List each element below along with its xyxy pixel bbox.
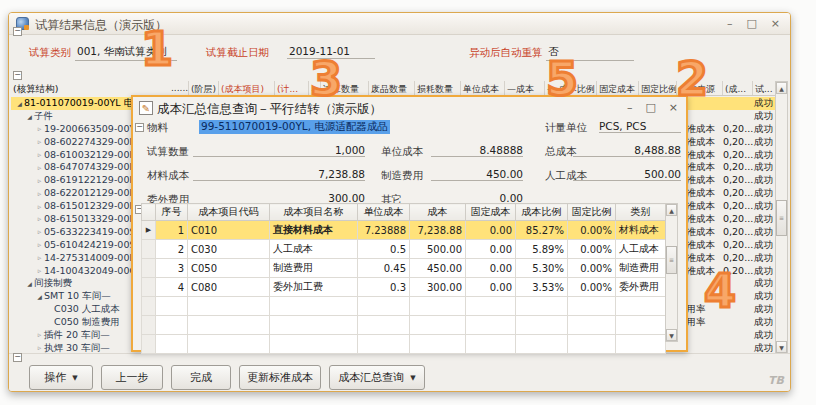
tree-collapsed-icon[interactable]: ▹ xyxy=(35,344,44,352)
dialog-field-value[interactable]: 1,000 xyxy=(193,144,365,157)
dialog-collapse-toggle-header[interactable]: − xyxy=(135,123,144,132)
table-cell: 1 xyxy=(156,221,188,240)
grid-column-header[interactable]: 固定成本 xyxy=(597,81,639,95)
tree-collapsed-icon[interactable]: ▹ xyxy=(35,215,44,223)
button-label: 操作 xyxy=(44,370,66,385)
tree-collapsed-icon[interactable]: ▹ xyxy=(35,241,44,249)
table-cell: 0.00 xyxy=(466,259,516,278)
main-titlebar[interactable]: 试算结果信息（演示版） – □ × xyxy=(9,13,790,35)
table-cell: 85.27% xyxy=(516,221,568,240)
table-cell xyxy=(410,297,466,316)
tree-collapsed-icon[interactable]: ▹ xyxy=(35,254,44,262)
scroll-down-icon[interactable]: ▼ xyxy=(776,341,787,353)
material-value[interactable]: 99-511070019-00YL, 电源适配器成品 xyxy=(199,120,390,134)
tree-collapsed-icon[interactable]: ▹ xyxy=(35,203,44,211)
tree-collapsed-icon[interactable]: ▹ xyxy=(35,125,44,133)
grid-column-header[interactable]: (计... xyxy=(275,81,309,95)
close-icon[interactable]: × xyxy=(771,16,780,31)
tree-collapsed-icon[interactable]: ▹ xyxy=(35,331,44,339)
grid-column-header[interactable]: (成... xyxy=(723,81,753,95)
table-column-header[interactable]: 序号 xyxy=(156,204,188,221)
tree-collapsed-icon[interactable]: ▹ xyxy=(35,151,44,159)
dialog-scroll-down-icon[interactable]: ▼ xyxy=(666,329,677,341)
tree-expanded-icon[interactable]: ◢ xyxy=(15,100,24,107)
tree-expanded-icon[interactable]: ◢ xyxy=(25,280,34,287)
tree-expanded-icon[interactable]: ◢ xyxy=(25,113,34,120)
table-cell xyxy=(410,316,466,335)
grid-column-header[interactable]: (阶层) xyxy=(189,81,219,95)
grid-column-header[interactable]: 单位成本 xyxy=(461,81,505,95)
tree-collapsed-icon[interactable]: ▹ xyxy=(35,267,44,275)
table-column-header[interactable]: 成本项目名称 xyxy=(270,204,358,221)
tree-expanded-icon[interactable]: ◢ xyxy=(35,293,44,300)
grid-column-header[interactable]: 试... xyxy=(753,81,777,95)
table-cell: 0.00% xyxy=(568,240,616,259)
button-4[interactable]: 更新标准成本 xyxy=(239,365,321,390)
table-cell: 0.00 xyxy=(466,240,516,259)
table-column-header[interactable]: 成本 xyxy=(410,204,466,221)
dialog-field-value[interactable]: 500.00 xyxy=(573,168,681,181)
grid-column-header[interactable]: ...... xyxy=(169,81,189,95)
grid-scrollbar[interactable]: ▲ ≡ ▼ xyxy=(775,81,788,354)
tree-collapsed-icon[interactable]: ▹ xyxy=(35,164,44,172)
table-column-header[interactable]: 类别 xyxy=(616,204,666,221)
dialog-field-value[interactable]: 7,238.88 xyxy=(193,168,365,181)
maximize-icon[interactable]: □ xyxy=(746,16,756,31)
dialog-table-scrollbar[interactable]: ▲ ≡ ▼ xyxy=(665,203,678,342)
grid-column-header[interactable]: (成本项目) xyxy=(219,81,275,95)
grid-column-header[interactable]: 固定比例 xyxy=(639,81,677,95)
grid-column-header[interactable]: —成本 xyxy=(505,81,545,95)
table-cell xyxy=(358,297,410,316)
dialog-field-value[interactable]: 450.00 xyxy=(431,168,523,181)
cost-item-row[interactable]: ▶1C010直接材料成本7.238887,238.880.0085.27%0.0… xyxy=(142,221,666,240)
annotation-number-3: 3 xyxy=(310,56,340,102)
screenshot-stage: 试算结果信息（演示版） – □ × − − 试算类别 001, 华南试算类别 试… xyxy=(0,0,816,405)
table-cell xyxy=(270,335,358,354)
table-cell xyxy=(466,335,516,354)
dialog-minimize-icon[interactable]: – xyxy=(627,101,633,114)
cost-item-row[interactable]: 4C080委外加工费0.3300.000.003.53%0.00%委外费用 xyxy=(142,278,666,297)
cost-value-cell: 0,20... xyxy=(723,200,753,211)
dialog-field-value[interactable]: 8,488.88 xyxy=(573,144,681,157)
minimize-icon[interactable]: – xyxy=(727,16,733,31)
dialog-scrollbar-thumb[interactable]: ≡ xyxy=(666,246,677,274)
table-column-header[interactable]: 固定比例 xyxy=(568,204,616,221)
grid-column-header[interactable]: 损耗数量 xyxy=(415,81,461,95)
tree-collapsed-icon[interactable]: ▹ xyxy=(35,190,44,198)
cost-item-row[interactable]: 3C050制造费用0.45450.000.005.30%0.00%制造费用 xyxy=(142,259,666,278)
button-5[interactable]: 成本汇总查询▼ xyxy=(329,365,425,390)
dialog-field-value[interactable]: 8.48888 xyxy=(431,144,523,157)
dialog-maximize-icon[interactable]: □ xyxy=(645,101,655,114)
table-column-header[interactable]: 成本项目代码 xyxy=(188,204,270,221)
button-2[interactable]: 上一步 xyxy=(101,365,163,390)
table-cell: 5.30% xyxy=(516,259,568,278)
table-column-header[interactable]: 成本比例 xyxy=(516,204,568,221)
tree-collapsed-icon[interactable]: ▹ xyxy=(35,228,44,236)
dropdown-arrow-icon: ▼ xyxy=(410,374,415,382)
tree-item-label: 插件 20 车间— xyxy=(44,329,110,342)
collapse-toggle-grid[interactable]: − xyxy=(13,71,22,80)
cost-summary-dialog: ✎ 成本汇总信息查询－平行结转（演示版） – □ × − 物料 99-51107… xyxy=(131,95,688,352)
collapse-toggle-buttons[interactable]: − xyxy=(13,353,22,362)
scroll-up-icon[interactable]: ▲ xyxy=(776,82,787,94)
tree-collapsed-icon[interactable]: ▹ xyxy=(35,138,44,146)
collapse-toggle-form[interactable]: − xyxy=(13,27,22,36)
table-column-header[interactable]: 单位成本 xyxy=(358,204,410,221)
dialog-field-label: 材料成本 xyxy=(147,169,189,183)
dialog-title: 成本汇总信息查询－平行结转（演示版） xyxy=(157,101,382,118)
grid-column-header[interactable]: 废品数量 xyxy=(369,81,415,95)
tree-collapsed-icon[interactable]: ▹ xyxy=(35,177,44,185)
uom-value[interactable]: PCS, PCS xyxy=(599,120,681,133)
grid-scrollbar-thumb[interactable]: ≡ xyxy=(776,200,787,236)
button-3[interactable]: 完成 xyxy=(171,365,231,390)
table-column-header[interactable]: 固定成本 xyxy=(466,204,516,221)
cost-items-table[interactable]: 序号成本项目代码成本项目名称单位成本成本固定成本成本比例固定比例类别▶1C010… xyxy=(141,203,666,354)
dialog-field-label: 单位成本 xyxy=(381,145,423,159)
table-cell: 0.3 xyxy=(358,278,410,297)
button-1[interactable]: 操作▼ xyxy=(29,365,93,390)
table-cell xyxy=(270,316,358,335)
cost-item-row[interactable]: 2C030人工成本0.5500.000.005.89%0.00%人工成本 xyxy=(142,240,666,259)
button-label: 完成 xyxy=(190,370,212,385)
dialog-scroll-up-icon[interactable]: ▲ xyxy=(666,204,677,216)
cost-value-cell: 0,20... xyxy=(723,136,753,147)
